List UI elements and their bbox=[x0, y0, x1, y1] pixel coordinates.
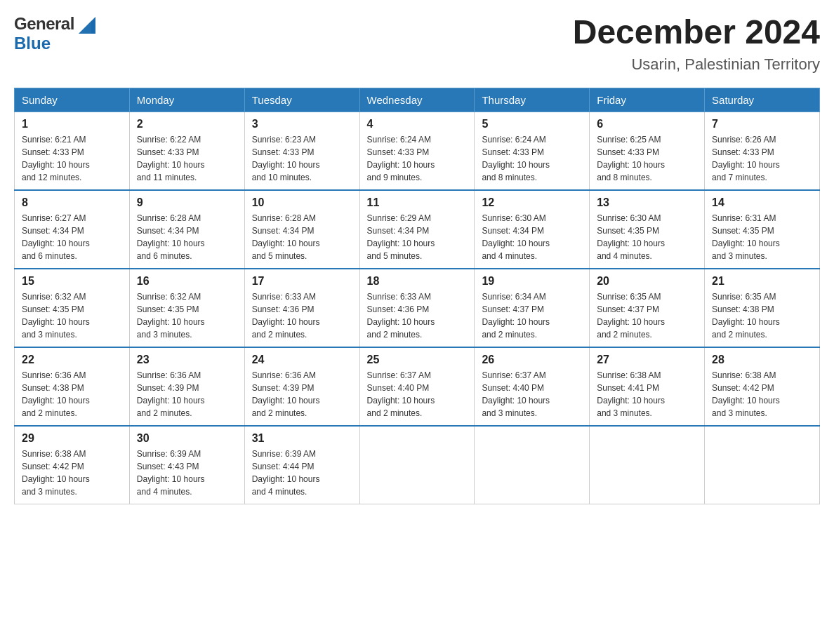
column-header-monday: Monday bbox=[129, 88, 244, 112]
day-number: 23 bbox=[137, 354, 237, 366]
week-row-4: 22 Sunrise: 6:36 AM Sunset: 4:38 PM Dayl… bbox=[15, 347, 820, 426]
calendar-cell: 24 Sunrise: 6:36 AM Sunset: 4:39 PM Dayl… bbox=[244, 347, 359, 426]
day-number: 13 bbox=[597, 196, 697, 209]
calendar-cell: 21 Sunrise: 6:35 AM Sunset: 4:38 PM Dayl… bbox=[705, 269, 820, 347]
column-header-tuesday: Tuesday bbox=[244, 88, 359, 112]
calendar-cell: 23 Sunrise: 6:36 AM Sunset: 4:39 PM Dayl… bbox=[129, 347, 244, 426]
day-info: Sunrise: 6:33 AM Sunset: 4:36 PM Dayligh… bbox=[367, 290, 468, 341]
column-header-saturday: Saturday bbox=[705, 88, 820, 112]
calendar-cell: 26 Sunrise: 6:37 AM Sunset: 4:40 PM Dayl… bbox=[475, 347, 590, 426]
calendar-cell: 15 Sunrise: 6:32 AM Sunset: 4:35 PM Dayl… bbox=[15, 269, 130, 347]
day-number: 28 bbox=[712, 354, 812, 366]
column-header-friday: Friday bbox=[590, 88, 705, 112]
calendar-cell: 9 Sunrise: 6:28 AM Sunset: 4:34 PM Dayli… bbox=[129, 190, 244, 269]
calendar-cell bbox=[590, 426, 705, 504]
day-info: Sunrise: 6:23 AM Sunset: 4:33 PM Dayligh… bbox=[252, 133, 352, 184]
day-info: Sunrise: 6:24 AM Sunset: 4:33 PM Dayligh… bbox=[482, 133, 582, 184]
day-info: Sunrise: 6:33 AM Sunset: 4:36 PM Dayligh… bbox=[252, 290, 352, 341]
day-info: Sunrise: 6:30 AM Sunset: 4:35 PM Dayligh… bbox=[597, 212, 697, 262]
week-row-5: 29 Sunrise: 6:38 AM Sunset: 4:42 PM Dayl… bbox=[15, 426, 820, 504]
calendar-cell: 3 Sunrise: 6:23 AM Sunset: 4:33 PM Dayli… bbox=[244, 112, 359, 190]
day-info: Sunrise: 6:24 AM Sunset: 4:33 PM Dayligh… bbox=[367, 133, 468, 184]
day-number: 16 bbox=[137, 275, 237, 288]
calendar-cell: 28 Sunrise: 6:38 AM Sunset: 4:42 PM Dayl… bbox=[705, 347, 820, 426]
day-number: 19 bbox=[482, 275, 582, 288]
day-info: Sunrise: 6:36 AM Sunset: 4:39 PM Dayligh… bbox=[137, 369, 237, 420]
calendar-cell: 14 Sunrise: 6:31 AM Sunset: 4:35 PM Dayl… bbox=[705, 190, 820, 269]
day-info: Sunrise: 6:32 AM Sunset: 4:35 PM Dayligh… bbox=[22, 290, 122, 341]
day-info: Sunrise: 6:39 AM Sunset: 4:44 PM Dayligh… bbox=[252, 448, 352, 498]
day-info: Sunrise: 6:21 AM Sunset: 4:33 PM Dayligh… bbox=[22, 133, 122, 184]
day-number: 7 bbox=[712, 118, 812, 130]
calendar-cell: 19 Sunrise: 6:34 AM Sunset: 4:37 PM Dayl… bbox=[475, 269, 590, 347]
calendar-cell: 2 Sunrise: 6:22 AM Sunset: 4:33 PM Dayli… bbox=[129, 112, 244, 190]
calendar-cell: 29 Sunrise: 6:38 AM Sunset: 4:42 PM Dayl… bbox=[15, 426, 130, 504]
day-info: Sunrise: 6:35 AM Sunset: 4:37 PM Dayligh… bbox=[597, 290, 697, 341]
calendar-cell: 11 Sunrise: 6:29 AM Sunset: 4:34 PM Dayl… bbox=[359, 190, 475, 269]
day-number: 26 bbox=[482, 354, 582, 366]
calendar-cell: 25 Sunrise: 6:37 AM Sunset: 4:40 PM Dayl… bbox=[359, 347, 475, 426]
day-info: Sunrise: 6:36 AM Sunset: 4:38 PM Dayligh… bbox=[22, 369, 122, 420]
day-number: 2 bbox=[137, 118, 237, 130]
calendar-cell: 12 Sunrise: 6:30 AM Sunset: 4:34 PM Dayl… bbox=[475, 190, 590, 269]
calendar-cell: 6 Sunrise: 6:25 AM Sunset: 4:33 PM Dayli… bbox=[590, 112, 705, 190]
day-info: Sunrise: 6:37 AM Sunset: 4:40 PM Dayligh… bbox=[367, 369, 468, 420]
day-number: 12 bbox=[482, 196, 582, 209]
logo-icon bbox=[76, 15, 95, 34]
calendar-cell: 27 Sunrise: 6:38 AM Sunset: 4:41 PM Dayl… bbox=[590, 347, 705, 426]
day-info: Sunrise: 6:25 AM Sunset: 4:33 PM Dayligh… bbox=[597, 133, 697, 184]
calendar-cell: 1 Sunrise: 6:21 AM Sunset: 4:33 PM Dayli… bbox=[15, 112, 130, 190]
day-number: 18 bbox=[367, 275, 468, 288]
calendar-cell: 7 Sunrise: 6:26 AM Sunset: 4:33 PM Dayli… bbox=[705, 112, 820, 190]
day-number: 22 bbox=[22, 354, 122, 366]
calendar-cell: 22 Sunrise: 6:36 AM Sunset: 4:38 PM Dayl… bbox=[15, 347, 130, 426]
calendar-subtitle: Usarin, Palestinian Territory bbox=[573, 55, 820, 74]
calendar-cell: 20 Sunrise: 6:35 AM Sunset: 4:37 PM Dayl… bbox=[590, 269, 705, 347]
week-row-2: 8 Sunrise: 6:27 AM Sunset: 4:34 PM Dayli… bbox=[15, 190, 820, 269]
calendar-table: SundayMondayTuesdayWednesdayThursdayFrid… bbox=[14, 88, 820, 504]
day-number: 15 bbox=[22, 275, 122, 288]
day-info: Sunrise: 6:38 AM Sunset: 4:42 PM Dayligh… bbox=[712, 369, 812, 420]
calendar-header-row: SundayMondayTuesdayWednesdayThursdayFrid… bbox=[15, 88, 820, 112]
day-info: Sunrise: 6:22 AM Sunset: 4:33 PM Dayligh… bbox=[137, 133, 237, 184]
day-info: Sunrise: 6:30 AM Sunset: 4:34 PM Dayligh… bbox=[482, 212, 582, 262]
day-number: 14 bbox=[712, 196, 812, 209]
day-info: Sunrise: 6:31 AM Sunset: 4:35 PM Dayligh… bbox=[712, 212, 812, 262]
day-number: 1 bbox=[22, 118, 122, 130]
title-section: December 2024 Usarin, Palestinian Territ… bbox=[573, 14, 820, 74]
column-header-sunday: Sunday bbox=[15, 88, 130, 112]
calendar-cell bbox=[359, 426, 475, 504]
day-number: 29 bbox=[22, 432, 122, 445]
day-info: Sunrise: 6:26 AM Sunset: 4:33 PM Dayligh… bbox=[712, 133, 812, 184]
day-info: Sunrise: 6:32 AM Sunset: 4:35 PM Dayligh… bbox=[137, 290, 237, 341]
day-number: 24 bbox=[252, 354, 352, 366]
logo: General Blue bbox=[14, 14, 95, 53]
day-number: 20 bbox=[597, 275, 697, 288]
calendar-cell: 8 Sunrise: 6:27 AM Sunset: 4:34 PM Dayli… bbox=[15, 190, 130, 269]
day-info: Sunrise: 6:28 AM Sunset: 4:34 PM Dayligh… bbox=[252, 212, 352, 262]
day-info: Sunrise: 6:37 AM Sunset: 4:40 PM Dayligh… bbox=[482, 369, 582, 420]
day-info: Sunrise: 6:29 AM Sunset: 4:34 PM Dayligh… bbox=[367, 212, 468, 262]
svg-marker-1 bbox=[79, 21, 91, 34]
page-header: General Blue December 2024 Usarin, Pales… bbox=[14, 14, 820, 74]
day-info: Sunrise: 6:36 AM Sunset: 4:39 PM Dayligh… bbox=[252, 369, 352, 420]
day-number: 31 bbox=[252, 432, 352, 445]
calendar-cell: 16 Sunrise: 6:32 AM Sunset: 4:35 PM Dayl… bbox=[129, 269, 244, 347]
column-header-wednesday: Wednesday bbox=[359, 88, 475, 112]
calendar-cell: 5 Sunrise: 6:24 AM Sunset: 4:33 PM Dayli… bbox=[475, 112, 590, 190]
day-number: 4 bbox=[367, 118, 468, 130]
day-info: Sunrise: 6:35 AM Sunset: 4:38 PM Dayligh… bbox=[712, 290, 812, 341]
calendar-cell bbox=[705, 426, 820, 504]
week-row-1: 1 Sunrise: 6:21 AM Sunset: 4:33 PM Dayli… bbox=[15, 112, 820, 190]
logo-general-text: General bbox=[14, 14, 74, 34]
day-number: 21 bbox=[712, 275, 812, 288]
day-number: 25 bbox=[367, 354, 468, 366]
calendar-title: December 2024 bbox=[573, 14, 820, 51]
day-number: 10 bbox=[252, 196, 352, 209]
calendar-cell: 13 Sunrise: 6:30 AM Sunset: 4:35 PM Dayl… bbox=[590, 190, 705, 269]
day-info: Sunrise: 6:38 AM Sunset: 4:41 PM Dayligh… bbox=[597, 369, 697, 420]
day-info: Sunrise: 6:34 AM Sunset: 4:37 PM Dayligh… bbox=[482, 290, 582, 341]
day-number: 3 bbox=[252, 118, 352, 130]
day-info: Sunrise: 6:38 AM Sunset: 4:42 PM Dayligh… bbox=[22, 448, 122, 498]
day-number: 11 bbox=[367, 196, 468, 209]
